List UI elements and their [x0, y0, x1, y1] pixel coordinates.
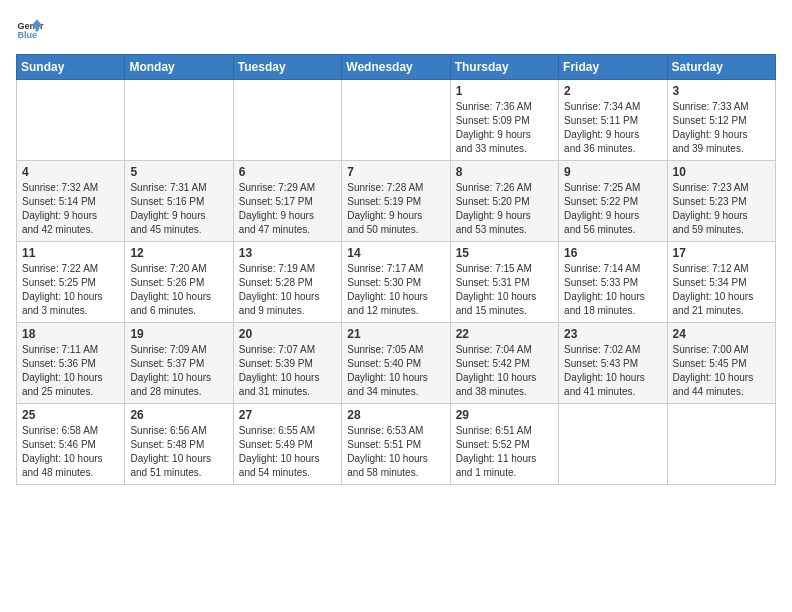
day-info: Sunrise: 6:56 AM Sunset: 5:48 PM Dayligh… [130, 424, 227, 480]
calendar-cell: 18Sunrise: 7:11 AM Sunset: 5:36 PM Dayli… [17, 323, 125, 404]
header-saturday: Saturday [667, 55, 775, 80]
header-monday: Monday [125, 55, 233, 80]
day-number: 7 [347, 165, 444, 179]
day-number: 24 [673, 327, 770, 341]
calendar-cell: 20Sunrise: 7:07 AM Sunset: 5:39 PM Dayli… [233, 323, 341, 404]
calendar-week-row: 25Sunrise: 6:58 AM Sunset: 5:46 PM Dayli… [17, 404, 776, 485]
day-info: Sunrise: 7:25 AM Sunset: 5:22 PM Dayligh… [564, 181, 661, 237]
day-number: 25 [22, 408, 119, 422]
day-info: Sunrise: 7:04 AM Sunset: 5:42 PM Dayligh… [456, 343, 553, 399]
day-info: Sunrise: 7:14 AM Sunset: 5:33 PM Dayligh… [564, 262, 661, 318]
logo: General Blue [16, 16, 44, 44]
calendar-cell [559, 404, 667, 485]
page-header: General Blue [16, 16, 776, 44]
day-info: Sunrise: 7:07 AM Sunset: 5:39 PM Dayligh… [239, 343, 336, 399]
header-tuesday: Tuesday [233, 55, 341, 80]
day-info: Sunrise: 7:34 AM Sunset: 5:11 PM Dayligh… [564, 100, 661, 156]
calendar-table: SundayMondayTuesdayWednesdayThursdayFrid… [16, 54, 776, 485]
day-info: Sunrise: 7:26 AM Sunset: 5:20 PM Dayligh… [456, 181, 553, 237]
calendar-week-row: 1Sunrise: 7:36 AM Sunset: 5:09 PM Daylig… [17, 80, 776, 161]
day-info: Sunrise: 7:20 AM Sunset: 5:26 PM Dayligh… [130, 262, 227, 318]
calendar-cell [667, 404, 775, 485]
calendar-cell: 13Sunrise: 7:19 AM Sunset: 5:28 PM Dayli… [233, 242, 341, 323]
day-number: 14 [347, 246, 444, 260]
calendar-cell: 5Sunrise: 7:31 AM Sunset: 5:16 PM Daylig… [125, 161, 233, 242]
day-number: 26 [130, 408, 227, 422]
calendar-cell: 29Sunrise: 6:51 AM Sunset: 5:52 PM Dayli… [450, 404, 558, 485]
calendar-cell: 19Sunrise: 7:09 AM Sunset: 5:37 PM Dayli… [125, 323, 233, 404]
calendar-cell [233, 80, 341, 161]
calendar-week-row: 4Sunrise: 7:32 AM Sunset: 5:14 PM Daylig… [17, 161, 776, 242]
day-info: Sunrise: 7:02 AM Sunset: 5:43 PM Dayligh… [564, 343, 661, 399]
svg-text:Blue: Blue [17, 30, 37, 40]
day-info: Sunrise: 7:29 AM Sunset: 5:17 PM Dayligh… [239, 181, 336, 237]
calendar-cell: 14Sunrise: 7:17 AM Sunset: 5:30 PM Dayli… [342, 242, 450, 323]
day-info: Sunrise: 6:58 AM Sunset: 5:46 PM Dayligh… [22, 424, 119, 480]
day-number: 10 [673, 165, 770, 179]
calendar-cell [125, 80, 233, 161]
calendar-cell: 22Sunrise: 7:04 AM Sunset: 5:42 PM Dayli… [450, 323, 558, 404]
day-number: 13 [239, 246, 336, 260]
calendar-cell: 9Sunrise: 7:25 AM Sunset: 5:22 PM Daylig… [559, 161, 667, 242]
day-info: Sunrise: 7:00 AM Sunset: 5:45 PM Dayligh… [673, 343, 770, 399]
day-number: 22 [456, 327, 553, 341]
day-info: Sunrise: 7:05 AM Sunset: 5:40 PM Dayligh… [347, 343, 444, 399]
calendar-week-row: 18Sunrise: 7:11 AM Sunset: 5:36 PM Dayli… [17, 323, 776, 404]
calendar-cell: 24Sunrise: 7:00 AM Sunset: 5:45 PM Dayli… [667, 323, 775, 404]
day-number: 12 [130, 246, 227, 260]
day-info: Sunrise: 6:51 AM Sunset: 5:52 PM Dayligh… [456, 424, 553, 480]
day-number: 4 [22, 165, 119, 179]
day-number: 8 [456, 165, 553, 179]
day-info: Sunrise: 7:19 AM Sunset: 5:28 PM Dayligh… [239, 262, 336, 318]
calendar-cell: 17Sunrise: 7:12 AM Sunset: 5:34 PM Dayli… [667, 242, 775, 323]
day-info: Sunrise: 7:23 AM Sunset: 5:23 PM Dayligh… [673, 181, 770, 237]
calendar-cell: 2Sunrise: 7:34 AM Sunset: 5:11 PM Daylig… [559, 80, 667, 161]
day-number: 16 [564, 246, 661, 260]
day-info: Sunrise: 7:31 AM Sunset: 5:16 PM Dayligh… [130, 181, 227, 237]
calendar-cell: 11Sunrise: 7:22 AM Sunset: 5:25 PM Dayli… [17, 242, 125, 323]
calendar-cell: 8Sunrise: 7:26 AM Sunset: 5:20 PM Daylig… [450, 161, 558, 242]
day-info: Sunrise: 7:15 AM Sunset: 5:31 PM Dayligh… [456, 262, 553, 318]
calendar-cell: 21Sunrise: 7:05 AM Sunset: 5:40 PM Dayli… [342, 323, 450, 404]
day-info: Sunrise: 7:22 AM Sunset: 5:25 PM Dayligh… [22, 262, 119, 318]
calendar-cell: 4Sunrise: 7:32 AM Sunset: 5:14 PM Daylig… [17, 161, 125, 242]
calendar-week-row: 11Sunrise: 7:22 AM Sunset: 5:25 PM Dayli… [17, 242, 776, 323]
day-number: 21 [347, 327, 444, 341]
calendar-cell [342, 80, 450, 161]
day-info: Sunrise: 7:28 AM Sunset: 5:19 PM Dayligh… [347, 181, 444, 237]
day-number: 9 [564, 165, 661, 179]
day-number: 27 [239, 408, 336, 422]
header-thursday: Thursday [450, 55, 558, 80]
day-number: 5 [130, 165, 227, 179]
day-info: Sunrise: 7:36 AM Sunset: 5:09 PM Dayligh… [456, 100, 553, 156]
header-wednesday: Wednesday [342, 55, 450, 80]
day-number: 19 [130, 327, 227, 341]
calendar-cell: 26Sunrise: 6:56 AM Sunset: 5:48 PM Dayli… [125, 404, 233, 485]
calendar-cell: 25Sunrise: 6:58 AM Sunset: 5:46 PM Dayli… [17, 404, 125, 485]
day-number: 28 [347, 408, 444, 422]
day-number: 20 [239, 327, 336, 341]
day-number: 15 [456, 246, 553, 260]
calendar-cell: 3Sunrise: 7:33 AM Sunset: 5:12 PM Daylig… [667, 80, 775, 161]
day-number: 3 [673, 84, 770, 98]
calendar-cell: 7Sunrise: 7:28 AM Sunset: 5:19 PM Daylig… [342, 161, 450, 242]
day-number: 29 [456, 408, 553, 422]
day-number: 2 [564, 84, 661, 98]
calendar-header-row: SundayMondayTuesdayWednesdayThursdayFrid… [17, 55, 776, 80]
calendar-cell: 6Sunrise: 7:29 AM Sunset: 5:17 PM Daylig… [233, 161, 341, 242]
day-number: 1 [456, 84, 553, 98]
day-info: Sunrise: 7:17 AM Sunset: 5:30 PM Dayligh… [347, 262, 444, 318]
day-info: Sunrise: 7:33 AM Sunset: 5:12 PM Dayligh… [673, 100, 770, 156]
calendar-cell [17, 80, 125, 161]
calendar-cell: 27Sunrise: 6:55 AM Sunset: 5:49 PM Dayli… [233, 404, 341, 485]
day-number: 17 [673, 246, 770, 260]
day-number: 23 [564, 327, 661, 341]
day-info: Sunrise: 6:53 AM Sunset: 5:51 PM Dayligh… [347, 424, 444, 480]
calendar-cell: 1Sunrise: 7:36 AM Sunset: 5:09 PM Daylig… [450, 80, 558, 161]
header-sunday: Sunday [17, 55, 125, 80]
day-number: 11 [22, 246, 119, 260]
day-info: Sunrise: 7:09 AM Sunset: 5:37 PM Dayligh… [130, 343, 227, 399]
day-info: Sunrise: 7:11 AM Sunset: 5:36 PM Dayligh… [22, 343, 119, 399]
day-number: 6 [239, 165, 336, 179]
calendar-cell: 16Sunrise: 7:14 AM Sunset: 5:33 PM Dayli… [559, 242, 667, 323]
